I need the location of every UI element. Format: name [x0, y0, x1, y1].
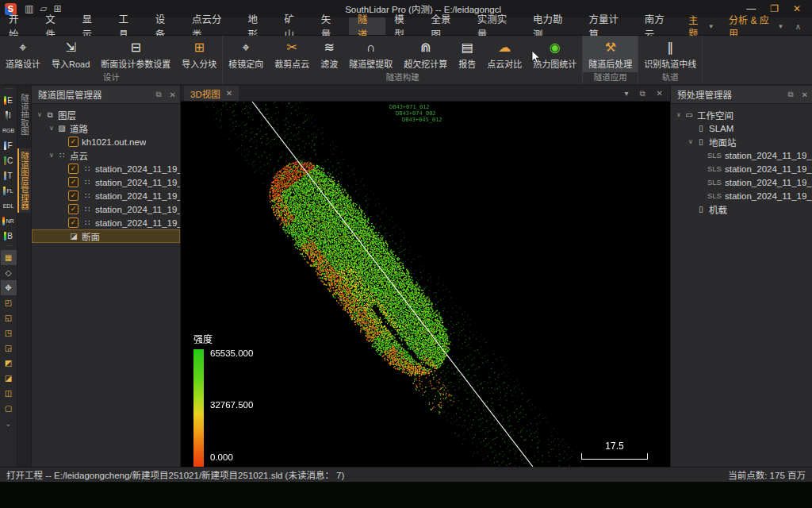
view-cube-top-icon[interactable]: ◰: [1, 295, 17, 310]
view-cube-right-icon[interactable]: ◲: [1, 341, 17, 356]
view-cube-left-icon[interactable]: ◳: [1, 325, 17, 341]
layer-tree-row-kh1021.out.new[interactable]: ✓kh1021.out.new: [32, 135, 180, 148]
close-panel-icon[interactable]: ✕: [166, 90, 180, 99]
menu-tab-隧道[interactable]: 隧道: [349, 17, 385, 35]
close-button[interactable]: ✕: [793, 3, 801, 14]
workspace-tree-row-机载[interactable]: ▯机载: [671, 202, 812, 216]
layer-tree-row-station_2024_11_19_1...[interactable]: ✓∷station_2024_11_19_1...: [32, 162, 180, 175]
ribbon-button-label: 道路设计: [6, 57, 40, 70]
edl-toggle-icon[interactable]: EDL: [1, 198, 17, 214]
menu-tab-文件[interactable]: 文件: [36, 17, 73, 35]
float-panel-icon[interactable]: ⧉: [151, 90, 165, 99]
workspace-tree-row-station_2024_11_19_10_48_...[interactable]: SLSstation_2024_11_19_10_48_...: [671, 162, 812, 175]
workspace-tree-row-SLAM[interactable]: ▯SLAM: [671, 121, 812, 135]
colormap-classification-icon[interactable]: C: [1, 153, 17, 168]
tree-expander-icon[interactable]: ∨: [674, 111, 684, 118]
menu-tab-方量计算[interactable]: 方量计算: [580, 17, 635, 35]
view-cube-back-icon[interactable]: ◪: [1, 371, 17, 386]
workspace-tree-row-station_2024_11_19_11_01_...[interactable]: SLSstation_2024_11_19_11_01_...: [671, 189, 812, 202]
ribbon-button-点云对比[interactable]: ☁点云对比: [481, 36, 527, 72]
ribbon-button-热力图统计[interactable]: ◉热力图统计: [527, 36, 582, 72]
menu-tab-全景图[interactable]: 全景图: [422, 17, 468, 35]
toolbar-glyph: ◱: [5, 314, 12, 322]
collapse-ribbon-icon[interactable]: ∧: [792, 22, 804, 31]
ribbon-button-隧道壁提取[interactable]: ∩隧道壁提取: [343, 36, 398, 72]
layer-tree-row-station_2024_11_19_1...[interactable]: ✓∷station_2024_11_19_1...: [32, 175, 180, 189]
collapse-strip-icon[interactable]: ⌄: [1, 416, 17, 431]
menu-tab-点云分类[interactable]: 点云分类: [183, 17, 239, 35]
ribbon-button-导入Road[interactable]: ⇲导入Road: [46, 36, 95, 72]
menu-tab-实测实量[interactable]: 实测实量: [469, 17, 524, 35]
colormap-rgb-icon[interactable]: RGB: [1, 123, 17, 138]
menu-tab-设备[interactable]: 设备: [147, 17, 183, 35]
tree-expander-icon[interactable]: ∨: [47, 125, 56, 132]
colormap-time-icon[interactable]: T: [1, 168, 17, 183]
tree-expander-icon[interactable]: ∨: [47, 152, 56, 159]
ribbon-button-滤波[interactable]: ≋滤波: [315, 36, 343, 72]
ribbon-button-导入分块[interactable]: ⊞导入分块: [176, 36, 222, 72]
viewport-float-icon[interactable]: ⧉: [639, 89, 645, 98]
view-cube-iso-icon[interactable]: ◫: [1, 386, 17, 401]
side-tab-隧道图层管理器[interactable]: 隧道图层管理器: [17, 148, 31, 214]
layer-tree-row-图层[interactable]: ∨⧉图层: [32, 108, 180, 121]
layer-tree-row-station_2024_11_19_1...[interactable]: ✓∷station_2024_11_19_1...: [32, 202, 180, 216]
view-cube-bottom-icon[interactable]: ◱: [1, 310, 17, 325]
menu-tab-矢量[interactable]: 矢量: [312, 17, 349, 35]
layer-tree-row-道路[interactable]: ∨▨道路: [32, 121, 180, 135]
side-tab-隧道抽取图[interactable]: 隧道抽取图: [17, 90, 31, 139]
layer-checkbox[interactable]: ✓: [68, 190, 79, 201]
toolbar-glyph: F: [7, 141, 12, 150]
workspace-tree-row-station_2024_11_19_10_52_...[interactable]: SLSstation_2024_11_19_10_52_...: [671, 175, 812, 189]
tree-expander-icon[interactable]: ∨: [686, 138, 695, 145]
menu-tab-模型[interactable]: 模型: [385, 17, 422, 35]
wireframe-box-icon[interactable]: ◇: [1, 265, 17, 280]
colormap-elevation-icon[interactable]: E: [1, 93, 17, 108]
layer-checkbox[interactable]: ✓: [68, 177, 79, 187]
workspace-tree-row-地面站[interactable]: ∨▯地面站: [671, 135, 812, 148]
tree-expander-icon[interactable]: ∨: [35, 111, 44, 118]
ribbon-button-棱镜定向[interactable]: ⌖棱镜定向: [223, 36, 269, 72]
tree-item-label: SLAM: [709, 124, 733, 133]
colormap-fl-icon[interactable]: FL: [1, 183, 17, 198]
viewport-close-icon[interactable]: ✕: [657, 89, 663, 98]
menu-tab-显示[interactable]: 显示: [73, 17, 109, 35]
menu-tab-矿山[interactable]: 矿山: [276, 17, 312, 35]
colormap-swatch: [2, 217, 5, 225]
menu-tab-地形[interactable]: 地形: [239, 17, 275, 35]
close-panel-icon[interactable]: ✕: [798, 90, 812, 99]
menu-bar: 开始文件显示工具设备点云分类地形矿山矢量隧道模型全景图实测实量电力勘测方量计算南…: [0, 17, 812, 36]
section-image-icon: ◪: [68, 232, 79, 241]
layer-checkbox[interactable]: ✓: [68, 217, 79, 228]
layer-checkbox[interactable]: ✓: [68, 204, 79, 214]
menu-tab-工具[interactable]: 工具: [110, 17, 147, 35]
layer-tree-row-station_2024_11_19_1...[interactable]: ✓∷station_2024_11_19_1...: [32, 189, 180, 202]
float-panel-icon[interactable]: ⧉: [783, 90, 797, 99]
ribbon-button-报告[interactable]: ▤报告: [453, 36, 481, 72]
colormap-flightline-icon[interactable]: F: [1, 138, 17, 153]
ribbon-button-道路设计[interactable]: ⌖道路设计: [0, 36, 46, 72]
ribbon-button-隧道后处理[interactable]: ⚒隧道后处理: [583, 36, 638, 72]
colormap-intensity-icon[interactable]: I: [1, 108, 17, 123]
ribbon-button-裁剪点云[interactable]: ✂裁剪点云: [269, 36, 315, 72]
ribbon-button-超欠挖计算[interactable]: ⋒超欠挖计算: [398, 36, 453, 72]
layer-checkbox[interactable]: ✓: [68, 137, 79, 147]
viewport-dropdown-icon[interactable]: ▾: [624, 89, 628, 98]
pan-hand-icon[interactable]: ✥: [1, 280, 17, 295]
tab-3d-view[interactable]: 3D视图 ✕: [184, 86, 239, 101]
fill-view-icon[interactable]: ▦: [1, 250, 17, 265]
menu-tab-南方云[interactable]: 南方云: [636, 17, 682, 35]
layer-tree-row-断面[interactable]: ◪断面: [32, 229, 180, 243]
menu-tab-电力勘测[interactable]: 电力勘测: [524, 17, 580, 35]
layer-tree-row-点云[interactable]: ∨∷点云: [32, 148, 180, 162]
ribbon-button-识别轨道中线[interactable]: ∥识别轨道中线: [638, 36, 702, 72]
layer-tree-row-station_2024_11_19_1...[interactable]: ✓∷station_2024_11_19_1...: [32, 216, 180, 229]
layer-checkbox[interactable]: ✓: [68, 164, 79, 174]
ribbon-button-断面设计参数设置[interactable]: ⊟断面设计参数设置: [95, 36, 176, 72]
view-cube-front-icon[interactable]: ◩: [1, 356, 17, 371]
menu-tab-开始[interactable]: 开始: [0, 17, 36, 35]
colormap-nr-icon[interactable]: NR: [1, 214, 17, 229]
select-rect-icon[interactable]: ▢: [1, 401, 17, 416]
tab-close-icon[interactable]: ✕: [226, 89, 232, 98]
workspace-tree-row-工作空间[interactable]: ∨▭工作空间: [671, 108, 812, 121]
workspace-tree-row-station_2024_11_19_10_43_...[interactable]: SLSstation_2024_11_19_10_43_...: [671, 148, 812, 162]
